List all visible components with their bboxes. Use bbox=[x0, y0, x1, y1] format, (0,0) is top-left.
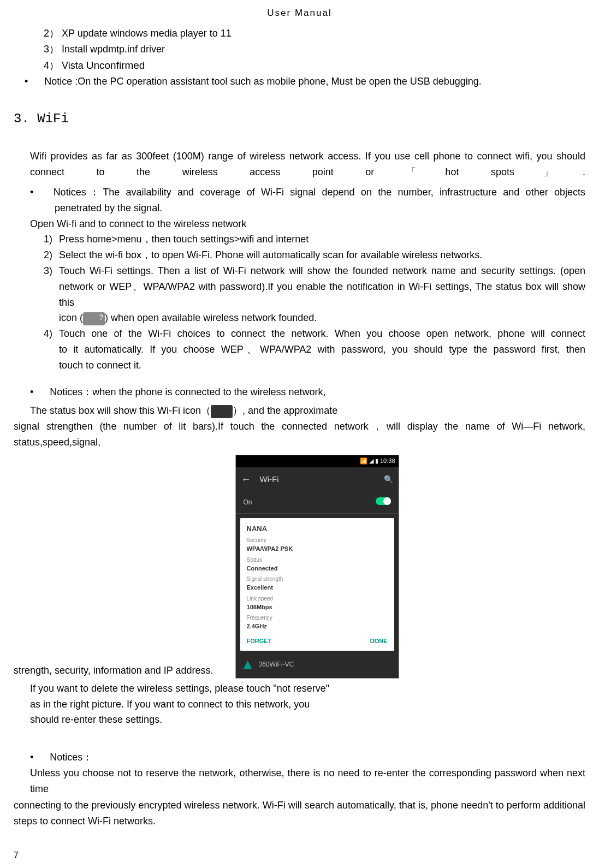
search-icon[interactable]: 🔍 bbox=[384, 473, 393, 485]
signal-line: signal strengthen (the number of lit bar… bbox=[14, 419, 585, 450]
statusbox-pre: The status box will show this Wi-Fi icon… bbox=[30, 405, 211, 416]
status-value: Connected bbox=[247, 564, 388, 573]
wifi-connected-icon bbox=[211, 405, 233, 418]
step-2-text: Select the wi-fi box，to open Wi-Fi. Phon… bbox=[59, 249, 482, 260]
notice-availability-l2: penetrated by the signal. bbox=[55, 200, 585, 216]
wifi-toggle[interactable] bbox=[376, 497, 391, 505]
back-icon[interactable]: ← bbox=[241, 472, 251, 487]
freq-label: Frequency bbox=[247, 614, 388, 622]
wifi-on-label: On bbox=[244, 497, 252, 508]
delete-p3: should re-enter these settings. bbox=[30, 712, 585, 728]
done-button[interactable]: DONE bbox=[370, 637, 388, 646]
step-2: 2)Select the wi-fi box，to open Wi-Fi. Ph… bbox=[44, 247, 585, 263]
notice-availability: Notices：The availability and coverage of… bbox=[30, 185, 585, 200]
signal-label: Signal strength bbox=[247, 575, 388, 583]
page-header: User Manual bbox=[14, 5, 585, 20]
net1-name: 360WiFi-VC bbox=[259, 659, 294, 670]
step-3-l1: Touch Wi-Fi settings. Then a list of Wi-… bbox=[59, 265, 585, 276]
step-3-l2: network or WEP、WPA/WPA2 with password).I… bbox=[59, 279, 585, 311]
final-notice-label: Notices： bbox=[50, 752, 92, 763]
final-notice: Notices： bbox=[30, 750, 585, 765]
list-item-2: 2） XP update windows media player to 11 bbox=[44, 26, 585, 41]
statusbox-line: The status box will show this Wi-Fi icon… bbox=[30, 403, 585, 419]
step-4: 4)Touch one of the Wi-Fi choices to conn… bbox=[44, 326, 585, 342]
top-notice-text: Notice :On the PC operation assistant to… bbox=[44, 76, 482, 87]
forget-button[interactable]: FORGET bbox=[247, 637, 272, 646]
step-4-l1: Touch one of the Wi-Fi choices to connec… bbox=[59, 328, 585, 339]
security-value: WPA/WPA2 PSK bbox=[247, 544, 388, 554]
list-item-4-prefix: 4） Vista bbox=[44, 60, 86, 71]
step-1-text: Press home>menu，then touch settings>wifi… bbox=[59, 234, 309, 245]
notice-connected: Notices：when the phone is connected to t… bbox=[30, 384, 585, 400]
strength-line: strength, security, information and IP a… bbox=[14, 663, 213, 679]
network-row-1[interactable]: 360WiFi-VC bbox=[236, 655, 399, 674]
network-row-2[interactable]: 360WiFi-C91D bbox=[236, 674, 399, 678]
security-label: Security bbox=[247, 536, 388, 544]
step-4-l2: to it automatically. If you choose WEP、W… bbox=[59, 342, 585, 358]
delete-p2: as in the right picture. If you want to … bbox=[30, 697, 585, 712]
step-3-icon-post: ) when open available wireless network f… bbox=[105, 312, 317, 323]
step-1: 1)Press home>menu，then touch settings>wi… bbox=[44, 231, 585, 247]
list-item-4-suffix: Unconfirmed bbox=[86, 60, 145, 71]
phone-time: 10:38 bbox=[380, 457, 395, 464]
section-heading-wifi: 3. WiFi bbox=[14, 109, 585, 129]
network-name: NANA bbox=[247, 524, 388, 534]
phone-screenshot: 📶 ◢ ▮ 10:38 ← Wi-Fi 🔍 On NANA Security W… bbox=[235, 455, 399, 679]
phone-screen-title: Wi-Fi bbox=[260, 473, 384, 486]
step-3: 3)Touch Wi-Fi settings. Then a list of W… bbox=[44, 263, 585, 279]
list-item-3: 3） Install wpdmtp.inf driver bbox=[44, 41, 585, 57]
wifi-details-dialog: NANA Security WPA/WPA2 PSK Status Connec… bbox=[240, 518, 394, 651]
open-wifi-heading: Open Wi-fi and to connect to the wireles… bbox=[30, 216, 585, 232]
top-notice: Notice :On the PC operation assistant to… bbox=[25, 74, 585, 90]
link-label: Link speed bbox=[247, 594, 388, 603]
wifi-available-icon bbox=[83, 312, 105, 325]
notice-availability-label: Notices： bbox=[54, 187, 103, 198]
step-3-icon-pre: icon ( bbox=[59, 312, 83, 323]
statusbox-post: ）, and the approximate bbox=[233, 405, 337, 416]
freq-value: 2.4GHz bbox=[247, 622, 388, 631]
notice-connected-label: Notices： bbox=[50, 387, 92, 397]
delete-p1: If you want to delete the wireless setti… bbox=[30, 681, 585, 697]
final-p2: connecting to the previously encrypted w… bbox=[14, 798, 585, 829]
list-item-4: 4） Vista Unconfirmed bbox=[44, 57, 585, 74]
final-p1: Unless you choose not to reserve the net… bbox=[30, 765, 585, 797]
status-label: Status bbox=[247, 556, 388, 564]
notice-availability-l1: The availability and coverage of Wi-Fi s… bbox=[103, 187, 585, 198]
phone-status-bar: 📶 ◢ ▮ 10:38 bbox=[236, 455, 399, 467]
step-4-l3: touch to connect it. bbox=[59, 358, 585, 373]
step-3-l3: icon () when open available wireless net… bbox=[59, 310, 585, 326]
link-value: 108Mbps bbox=[247, 603, 388, 612]
signal-value: Excellent bbox=[247, 583, 388, 592]
notice-connected-text: when the phone is connected to the wirel… bbox=[92, 387, 325, 397]
wifi-icon bbox=[244, 661, 252, 669]
wifi-intro: Wifi provides as far as 300feet (100M) r… bbox=[30, 148, 585, 180]
